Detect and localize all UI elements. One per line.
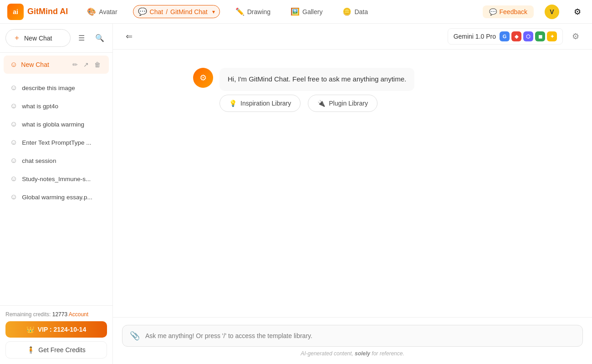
list-item[interactable]: ☺ what is globla warming (4, 116, 109, 133)
list-item[interactable]: ☺ Study-notes_Immune-s... (4, 170, 109, 187)
chat-item-icon: ☺ (10, 175, 17, 183)
crown-icon: 👑 (26, 326, 34, 333)
chat-item-icon: ☺ (10, 120, 17, 128)
free-credits-label: Get Free Credits (38, 346, 85, 354)
plugin-library-button[interactable]: 🔌 Plugin Library (308, 95, 378, 112)
model-icon-green: ◼ (535, 31, 545, 41)
chat-area: ⇐ Gemini 1.0 Pro G ◆ ⬡ ◼ ✦ ⚙ ⚙ (113, 24, 592, 364)
welcome-text: Hi, I'm GitMind Chat. Feel free to ask m… (219, 68, 414, 91)
nav-sep: / (166, 8, 168, 15)
list-item[interactable]: ☺ Global warming essay.p... (4, 188, 109, 206)
main-layout: ＋ New Chat ☰ 🔍 ☺ New Chat ✏ ↗ 🗑 ☺ descri… (0, 24, 592, 364)
nav-gallery-label: Gallery (302, 8, 322, 15)
model-icon-google: G (500, 31, 510, 41)
plus-icon: ＋ (13, 33, 20, 43)
model-icon-gemini: ◆ (511, 31, 521, 41)
topnav: ai GitMind AI 🎨 Avatar 💬 Chat / GitMind … (0, 0, 592, 24)
gallery-nav-icon: 🖼️ (291, 7, 300, 16)
nav-gallery[interactable]: 🖼️ Gallery (286, 5, 327, 18)
nav-chat-label: Chat (150, 8, 163, 15)
app-name: GitMind AI (27, 7, 68, 16)
sidebar-header: ＋ New Chat ☰ 🔍 (0, 24, 112, 53)
nav-chat-sub: GitMind Chat (170, 8, 208, 15)
bot-avatar-icon: ⚙ (199, 73, 207, 83)
nav-avatar-label: Avatar (99, 8, 117, 15)
chat-item-icon: ☺ (10, 193, 17, 201)
rename-button[interactable]: ✏ (71, 60, 80, 69)
chat-item-text: Global warming essay.p... (22, 194, 92, 201)
user-initial: V (550, 8, 554, 15)
delete-button[interactable]: 🗑 (92, 60, 102, 69)
nav-data[interactable]: 🪙 Data (338, 5, 373, 18)
bulb-icon: 💡 (229, 100, 237, 107)
person-icon: 🧍 (27, 346, 35, 354)
chat-list: ☺ describe this image ☺ what is gpt4o ☺ … (0, 76, 112, 305)
sidebar: ＋ New Chat ☰ 🔍 ☺ New Chat ✏ ↗ 🗑 ☺ descri… (0, 24, 113, 364)
model-icon-claude: ⬡ (523, 31, 533, 41)
user-avatar[interactable]: V (545, 5, 559, 19)
feedback-label: Feedback (500, 8, 527, 15)
nav-drawing[interactable]: ✏️ Drawing (231, 5, 275, 18)
vip-label: VIP : 2124-10-14 (38, 326, 86, 333)
new-chat-label: New Chat (24, 35, 52, 42)
list-item[interactable]: ☺ describe this image (4, 79, 109, 96)
list-icon-button[interactable]: ☰ (74, 31, 89, 46)
paperclip-icon: 📎 (130, 331, 140, 340)
disclaimer-text: AI-generated content, solely for referen… (301, 350, 404, 357)
welcome-bubble: Hi, I'm GitMind Chat. Feel free to ask m… (219, 68, 414, 112)
list-item[interactable]: ☺ Enter Text PromptType ... (4, 134, 109, 151)
chat-item-text: chat session (22, 157, 56, 164)
chat-item-text: describe this image (22, 85, 75, 91)
chat-item-icon: ☺ (10, 138, 17, 147)
search-icon-button[interactable]: 🔍 (92, 31, 107, 46)
chat-settings-button[interactable]: ⚙ (568, 30, 583, 43)
chat-item-text: Study-notes_Immune-s... (22, 176, 91, 182)
bot-avatar: ⚙ (193, 68, 213, 88)
active-chat-item[interactable]: ☺ New Chat ✏ ↗ 🗑 (4, 56, 109, 74)
feedback-button[interactable]: 💬 Feedback (483, 5, 534, 18)
nav-chat[interactable]: 💬 Chat / GitMind Chat ▾ (133, 5, 220, 18)
feedback-icon: 💬 (489, 8, 497, 15)
chat-input[interactable] (145, 332, 575, 339)
plugin-label: Plugin Library (329, 100, 368, 107)
model-selector[interactable]: Gemini 1.0 Pro G ◆ ⬡ ◼ ✦ (448, 28, 563, 45)
chevron-down-icon: ▾ (212, 9, 215, 15)
free-credits-button[interactable]: 🧍 Get Free Credits (5, 341, 107, 359)
chat-item-icon: ☺ (10, 102, 17, 110)
chat-messages: ⚙ Hi, I'm GitMind Chat. Feel free to ask… (113, 50, 592, 317)
chat-item-text: Enter Text PromptType ... (22, 139, 91, 146)
model-icons: G ◆ ⬡ ◼ ✦ (500, 31, 557, 41)
avatar-nav-icon: 🎨 (87, 7, 96, 16)
collapse-sidebar-button[interactable]: ⇐ (122, 30, 136, 43)
data-nav-icon: 🪙 (342, 7, 352, 16)
settings-icon[interactable]: ⚙ (570, 5, 585, 19)
list-item[interactable]: ☺ what is gpt4o (4, 97, 109, 115)
list-item[interactable]: ☺ chat session (4, 152, 109, 169)
chat-topbar: ⇐ Gemini 1.0 Pro G ◆ ⬡ ◼ ✦ ⚙ (113, 24, 592, 50)
inspiration-label: Inspiration Library (240, 100, 291, 107)
chat-item-actions: ✏ ↗ 🗑 (71, 60, 102, 69)
model-icon-yellow: ✦ (547, 31, 557, 41)
model-name: Gemini 1.0 Pro (454, 33, 496, 40)
nav-avatar[interactable]: 🎨 Avatar (82, 5, 122, 18)
chat-nav-icon: 💬 (138, 7, 147, 16)
vip-button[interactable]: 👑 VIP : 2124-10-14 (5, 321, 107, 338)
chat-item-icon: ☺ (10, 84, 17, 92)
credits-prefix: Remaining credits: (5, 311, 52, 318)
credits-amount: 12773 (52, 311, 67, 318)
drawing-nav-icon: ✏️ (235, 7, 245, 16)
account-link[interactable]: Account (69, 311, 88, 318)
chat-item-text: what is gpt4o (22, 103, 58, 110)
inspiration-library-button[interactable]: 💡 Inspiration Library (219, 95, 301, 112)
new-chat-button[interactable]: ＋ New Chat (5, 29, 71, 47)
active-chat-icon: ☺ (10, 61, 17, 69)
collapse-icon: ⇐ (126, 32, 133, 41)
attach-button[interactable]: 📎 (130, 331, 140, 341)
share-button[interactable]: ↗ (82, 60, 91, 69)
app-logo[interactable]: ai GitMind AI (7, 4, 68, 20)
welcome-message: ⚙ Hi, I'm GitMind Chat. Feel free to ask… (193, 68, 512, 112)
chat-item-icon: ☺ (10, 157, 17, 165)
library-buttons: 💡 Inspiration Library 🔌 Plugin Library (219, 95, 414, 112)
chat-item-text: what is globla warming (22, 121, 84, 128)
welcome-text-content: Hi, I'm GitMind Chat. Feel free to ask m… (228, 75, 406, 83)
